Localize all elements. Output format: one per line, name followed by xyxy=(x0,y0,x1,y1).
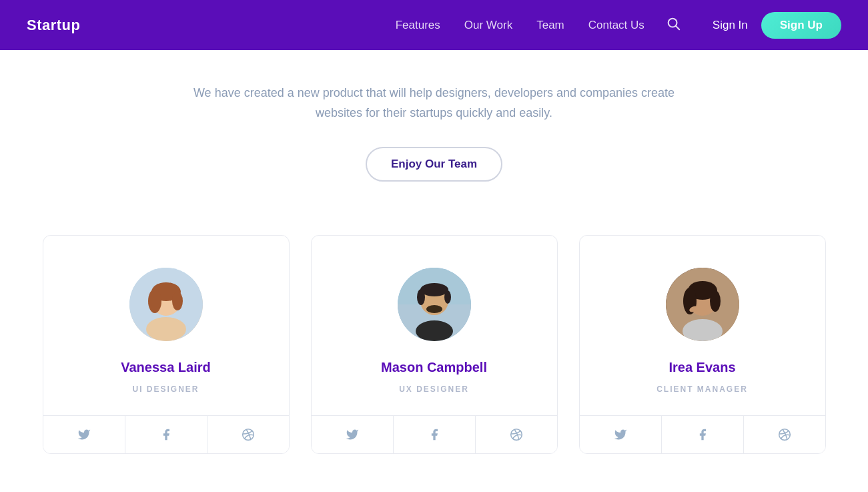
enjoy-team-button[interactable]: Enjoy Our Team xyxy=(366,147,502,182)
nav-link-features[interactable]: Features xyxy=(396,19,440,32)
hero-section: We have created a new product that will … xyxy=(0,50,868,195)
facebook-button-irea[interactable] xyxy=(662,416,744,453)
member-role-vanessa: UI DESIGNER xyxy=(63,385,269,394)
avatar-mason xyxy=(398,268,471,341)
dribbble-button-mason[interactable] xyxy=(476,416,557,453)
twitter-button-irea[interactable] xyxy=(580,416,662,453)
dribbble-button-irea[interactable] xyxy=(744,416,825,453)
card-footer-irea xyxy=(580,415,825,453)
signin-button[interactable]: Sign In xyxy=(713,19,748,32)
member-role-mason: UX DESIGNER xyxy=(332,385,537,394)
twitter-button-mason[interactable] xyxy=(312,416,394,453)
svg-point-11 xyxy=(416,320,453,341)
card-footer-mason xyxy=(312,415,557,453)
nav-link-contact-us[interactable]: Contact Us xyxy=(588,19,644,32)
avatar-vanessa-img xyxy=(129,268,203,341)
signup-button[interactable]: Sign Up xyxy=(761,12,841,39)
card-body-irea: Irea Evans CLIENT MANAGER xyxy=(580,236,825,415)
search-icon[interactable] xyxy=(666,16,681,34)
nav-link-our-work[interactable]: Our Work xyxy=(464,19,512,32)
svg-line-1 xyxy=(676,26,679,29)
team-card-vanessa: Vanessa Laird UI DESIGNER xyxy=(43,235,290,454)
avatar-mason-img xyxy=(398,268,471,341)
avatar-irea-img xyxy=(666,268,739,341)
svg-point-23 xyxy=(710,290,721,312)
card-footer-vanessa xyxy=(43,415,289,453)
card-body-vanessa: Vanessa Laird UI DESIGNER xyxy=(43,236,289,415)
svg-point-16 xyxy=(426,305,442,313)
nav-link-team[interactable]: Team xyxy=(536,19,564,32)
member-name-irea: Irea Evans xyxy=(600,360,805,375)
twitter-button-vanessa[interactable] xyxy=(43,416,125,453)
avatar-vanessa xyxy=(129,268,203,341)
facebook-button-vanessa[interactable] xyxy=(125,416,207,453)
team-card-irea: Irea Evans CLIENT MANAGER xyxy=(579,235,826,454)
dribbble-button-vanessa[interactable] xyxy=(207,416,289,453)
svg-point-7 xyxy=(172,292,183,310)
svg-point-6 xyxy=(148,289,161,313)
site-logo: Startup xyxy=(27,17,81,34)
member-role-irea: CLIENT MANAGER xyxy=(600,385,805,394)
team-section: Vanessa Laird UI DESIGNER xyxy=(0,195,868,454)
nav-links: Features Our Work Team Contact Us xyxy=(396,19,644,32)
team-card-mason: Mason Campbell UX DESIGNER xyxy=(311,235,558,454)
card-body-mason: Mason Campbell UX DESIGNER xyxy=(312,236,557,415)
nav-actions: Sign In Sign Up xyxy=(713,12,841,39)
avatar-irea xyxy=(666,268,739,341)
member-name-vanessa: Vanessa Laird xyxy=(63,360,269,375)
navbar: Startup Features Our Work Team Contact U… xyxy=(0,0,868,50)
svg-point-15 xyxy=(444,290,451,304)
member-name-mason: Mason Campbell xyxy=(332,360,537,375)
facebook-button-mason[interactable] xyxy=(394,416,476,453)
svg-point-14 xyxy=(417,289,425,305)
hero-subtitle: We have created a new product that will … xyxy=(187,83,681,123)
svg-point-3 xyxy=(146,317,186,341)
